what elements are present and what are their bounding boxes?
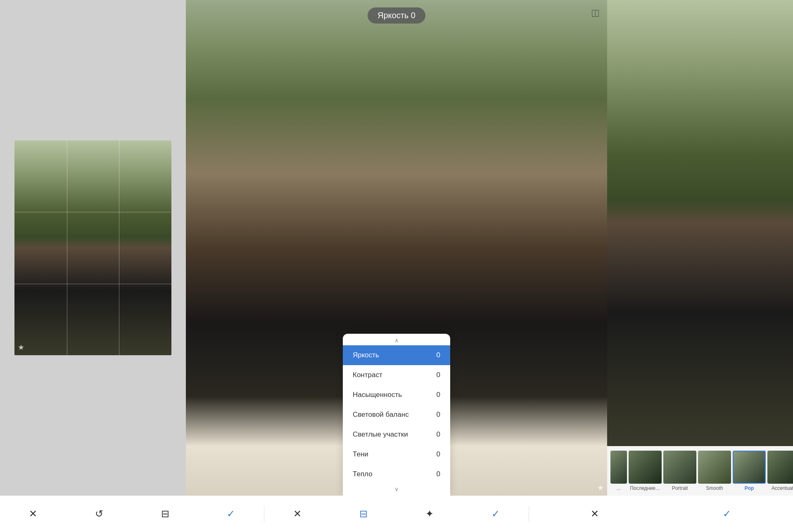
close-icon-left: ✕	[29, 508, 37, 520]
filter-label-partial-left: …	[616, 485, 621, 491]
toolbar-section-center: ✕ ⊟ ✦ ✓	[264, 504, 528, 524]
cancel-icon-right: ✕	[591, 508, 599, 520]
center-photo: Яркость 0 ◫ ∧ Яркость 0 Контраст 0	[186, 0, 607, 496]
menu-item-contrast[interactable]: Контраст 0	[343, 365, 450, 385]
menu-item-highlights[interactable]: Светлые участки 0	[343, 425, 450, 444]
confirm-icon-center: ✓	[491, 508, 500, 520]
bookmark-icon-center: ★	[597, 483, 604, 492]
left-photo-bg	[14, 140, 171, 355]
left-photo-container: ★	[14, 140, 171, 355]
menu-arrow-up[interactable]: ∧	[343, 334, 450, 345]
menu-item-whitebalance-value: 0	[437, 411, 440, 419]
right-photo-main	[607, 0, 793, 446]
confirm-button-right[interactable]: ✓	[717, 504, 737, 524]
menu-item-brightness-label: Яркость	[353, 351, 379, 359]
compare-icon[interactable]: ◫	[591, 7, 600, 18]
menu-item-saturation-label: Насыщенность	[353, 391, 402, 399]
filter-thumb-portrait	[663, 451, 696, 484]
filter-label-accentuate: Accentuate	[772, 485, 793, 491]
left-photo: ★	[14, 140, 171, 355]
menu-arrow-down[interactable]: ∨	[343, 484, 450, 496]
sliders-icon: ⊟	[359, 508, 368, 520]
menu-item-warmth[interactable]: Тепло 0	[343, 464, 450, 484]
menu-item-contrast-value: 0	[437, 371, 440, 379]
menu-item-warmth-value: 0	[437, 470, 440, 478]
filter-label-portrait: Portrait	[672, 485, 688, 491]
aspect-ratio-button[interactable]: ⊟	[155, 504, 176, 524]
bottom-toolbar: ✕ ↺ ⊟ ✓ ✕ ⊟ ✦ ✓ ✕ ✓	[0, 496, 793, 532]
confirm-icon-right: ✓	[723, 508, 731, 520]
filter-thumb-smooth	[698, 451, 731, 484]
cancel-button-right[interactable]: ✕	[584, 504, 605, 524]
menu-item-warmth-label: Тепло	[353, 470, 373, 478]
menu-item-saturation[interactable]: Насыщенность 0	[343, 385, 450, 405]
aspect-ratio-icon: ⊟	[161, 508, 169, 520]
filter-item-partial-left[interactable]: …	[610, 451, 627, 491]
menu-item-brightness-value: 0	[437, 351, 440, 359]
bookmark-icon-left: ★	[18, 343, 24, 352]
filter-label-smooth: Smooth	[706, 485, 723, 491]
menu-item-whitebalance[interactable]: Световой баланс 0	[343, 405, 450, 425]
filter-item-pop[interactable]: Pop	[733, 451, 766, 491]
menu-item-highlights-label: Светлые участки	[353, 430, 408, 439]
filter-label-recent: Последние…	[630, 485, 660, 491]
sliders-button[interactable]: ⊟	[353, 504, 374, 524]
filter-item-recent[interactable]: Последние…	[629, 451, 662, 491]
menu-item-highlights-value: 0	[437, 430, 440, 439]
menu-item-whitebalance-label: Световой баланс	[353, 411, 409, 419]
filter-thumb-recent	[629, 451, 662, 484]
filter-thumb-partial-left	[610, 451, 627, 484]
filter-thumb-accentuate	[767, 451, 793, 484]
main-area: ★ Яркость 0 ◫ ∧ Яркость 0	[0, 0, 793, 496]
left-panel: ★	[0, 0, 186, 496]
magic-button[interactable]: ✦	[419, 504, 440, 524]
filter-item-smooth[interactable]: Smooth	[698, 451, 731, 491]
brightness-tooltip: Яркость 0	[368, 7, 425, 24]
cancel-icon-center: ✕	[293, 508, 302, 520]
cancel-button-center[interactable]: ✕	[287, 504, 308, 524]
toolbar-section-right: ✕ ✓	[529, 504, 793, 524]
right-photo-bg	[607, 0, 793, 446]
menu-item-shadows-label: Тени	[353, 450, 368, 458]
undo-button[interactable]: ↺	[89, 504, 109, 524]
confirm-button-center[interactable]: ✓	[485, 504, 506, 524]
confirm-button-left[interactable]: ✓	[221, 504, 241, 524]
menu-item-contrast-label: Контраст	[353, 371, 382, 379]
magic-icon: ✦	[425, 508, 434, 520]
center-panel: Яркость 0 ◫ ∧ Яркость 0 Контраст 0	[186, 0, 607, 496]
menu-item-saturation-value: 0	[437, 391, 440, 399]
undo-icon: ↺	[95, 508, 103, 520]
confirm-icon-left: ✓	[227, 508, 235, 520]
brightness-tooltip-text: Яркость 0	[378, 11, 415, 20]
filter-item-portrait[interactable]: Portrait	[663, 451, 696, 491]
close-button-left[interactable]: ✕	[23, 504, 43, 524]
filter-label-pop: Pop	[745, 485, 754, 491]
menu-item-shadows-value: 0	[437, 450, 440, 458]
filter-item-accentuate[interactable]: Accentuate	[767, 451, 793, 491]
menu-item-brightness[interactable]: Яркость 0	[343, 345, 450, 365]
right-panel: … Последние… Portrait Smooth Pop	[607, 0, 793, 496]
filter-strip: … Последние… Portrait Smooth Pop	[607, 446, 793, 496]
adjustment-menu: ∧ Яркость 0 Контраст 0 Насыщенность 0	[343, 334, 450, 496]
filter-thumb-pop	[733, 451, 766, 484]
menu-item-shadows[interactable]: Тени 0	[343, 444, 450, 464]
toolbar-section-left: ✕ ↺ ⊟ ✓	[0, 504, 264, 524]
